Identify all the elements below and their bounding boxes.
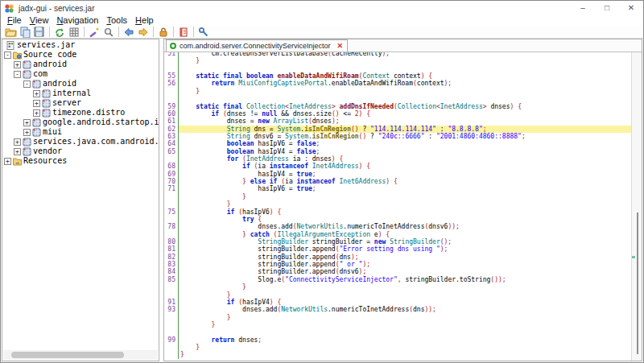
- menu-tools[interactable]: Tools: [102, 15, 131, 26]
- folder-open-icon[interactable]: [3, 26, 18, 38]
- line-number: 59: [164, 103, 178, 110]
- expand-icon[interactable]: +: [33, 109, 40, 117]
- code-line[interactable]: 99 return dnses;: [164, 336, 631, 344]
- minimize-button[interactable]: –: [571, 1, 595, 15]
- code-area[interactable]: 51 cm.createDnsServerListDatabase(cacheR…: [164, 52, 631, 361]
- code-line[interactable]: }: [164, 283, 631, 291]
- code-line[interactable]: 65 boolean hasIpV4 = false;: [164, 148, 631, 155]
- code-line[interactable]: for (InetAddress ia : dnses) {: [164, 155, 631, 163]
- back-icon[interactable]: [122, 26, 136, 38]
- collapse-icon[interactable]: -: [23, 80, 31, 88]
- wand-icon[interactable]: [87, 26, 101, 38]
- menu-help[interactable]: Help: [131, 15, 158, 26]
- editor-scrollbar-thumb[interactable]: [637, 212, 638, 354]
- code-line[interactable]: 83 stringBuilder.append(" or ");: [164, 261, 631, 268]
- line-number: [164, 231, 178, 238]
- collapse-icon[interactable]: -: [4, 52, 11, 59]
- code-line[interactable]: }: [164, 57, 631, 64]
- code-line[interactable]: 81 stringBuilder.append("Error setting d…: [164, 245, 631, 253]
- code-line[interactable]: 64 boolean hasIpV6 = false;: [164, 140, 631, 147]
- expand-icon[interactable]: +: [33, 100, 40, 107]
- tree-item-source-code[interactable]: -Source code: [2, 50, 159, 60]
- editor-scrollbar[interactable]: [631, 52, 642, 361]
- log-icon[interactable]: [176, 26, 191, 38]
- tree-horizontal-scrollbar[interactable]: [3, 350, 158, 360]
- line-number: 60: [164, 110, 178, 118]
- menu-navigation[interactable]: Navigation: [52, 15, 102, 26]
- menu-view[interactable]: View: [26, 15, 53, 26]
- code-line[interactable]: 80 StringBuilder stringBuilder = new Str…: [164, 238, 631, 245]
- code-line[interactable]: }: [164, 321, 631, 328]
- code-line[interactable]: [164, 328, 631, 336]
- code-line[interactable]: 82 stringBuilder.append(dns);: [164, 254, 631, 261]
- code-line[interactable]: 55 static final boolean enableDataAndWif…: [164, 72, 631, 80]
- expand-icon[interactable]: +: [14, 148, 21, 155]
- code-line[interactable]: [164, 95, 631, 102]
- tree-item-android[interactable]: -android: [2, 79, 159, 89]
- code-line[interactable]: 63 String dnsv6 = System.isInCnRegion() …: [164, 133, 631, 140]
- code-line[interactable]: 59 static final Collection<InetAddress> …: [164, 103, 631, 110]
- tree-scrollbar-thumb[interactable]: [11, 352, 124, 358]
- code-line[interactable]: 69 hasIpV4 = true;: [164, 171, 631, 178]
- code-line[interactable]: 71 hasIpV6 = true;: [164, 185, 631, 192]
- code-text: if (ia instanceof Inet4Address) {: [178, 163, 631, 170]
- lock-icon[interactable]: [156, 26, 171, 38]
- code-text: }: [178, 344, 631, 351]
- expand-icon[interactable]: +: [33, 90, 40, 97]
- collapse-icon[interactable]: -: [14, 71, 21, 78]
- expand-icon[interactable]: +: [4, 158, 11, 165]
- expand-icon[interactable]: +: [23, 129, 31, 136]
- grid-icon[interactable]: [67, 26, 81, 38]
- code-line[interactable]: 93 dnses.add(NetworkUtils.numericToInetA…: [164, 306, 631, 313]
- tree-item-timezone-distro[interactable]: +timezone.distro: [2, 108, 159, 118]
- copy-icon[interactable]: [18, 26, 32, 38]
- close-button[interactable]: ✕: [619, 1, 643, 15]
- code-line-highlighted[interactable]: 62 String dns = System.isInCnRegion() ? …: [164, 126, 631, 133]
- tree-item-google-android-startop-iorap[interactable]: +google.android.startop.iorap: [2, 118, 159, 127]
- menu-file[interactable]: File: [3, 15, 26, 26]
- code-line[interactable]: 56 return MiuiConfigCaptivePortal.enable…: [164, 80, 631, 87]
- code-line[interactable]: }: [164, 291, 631, 299]
- line-number: 80: [164, 238, 178, 245]
- sync-icon[interactable]: [52, 26, 67, 38]
- line-number: 71: [164, 185, 178, 192]
- tree-item-miui[interactable]: +miui: [2, 127, 159, 137]
- code-line[interactable]: 91 if (hasIpV4) {: [164, 299, 631, 306]
- tree-item-server[interactable]: +server: [2, 98, 159, 108]
- save-all-icon[interactable]: [32, 26, 47, 38]
- expand-icon[interactable]: +: [14, 61, 21, 68]
- code-line[interactable]: } catch (IllegalArgumentException e) {: [164, 231, 631, 238]
- line-number: [164, 283, 178, 291]
- expand-icon[interactable]: +: [14, 138, 21, 146]
- code-line[interactable]: 68 if (ia instanceof Inet4Address) {: [164, 163, 631, 170]
- wrench-icon[interactable]: [196, 26, 211, 38]
- search-icon[interactable]: [101, 26, 116, 38]
- code-line[interactable]: }: [164, 351, 631, 358]
- tab-close-icon[interactable]: ✕: [337, 42, 344, 50]
- code-line[interactable]: 84 stringBuilder.append(dnsv6);: [164, 268, 631, 275]
- tree-item-com[interactable]: -com: [2, 69, 159, 79]
- code-line[interactable]: 78 dnses.add(NetworkUtils.numericToInetA…: [164, 223, 631, 230]
- maximize-button[interactable]: □: [595, 1, 619, 15]
- tab-connectivity-service-injector[interactable]: com.android.server.ConnectivityServiceIn…: [166, 39, 348, 52]
- code-line[interactable]: }: [164, 344, 631, 351]
- tree-item-services-java-com-android-server-[interactable]: +services.java.com.android.server.: [2, 137, 159, 146]
- code-line[interactable]: }: [164, 88, 631, 95]
- code-line[interactable]: try {: [164, 216, 631, 223]
- code-line[interactable]: [164, 65, 631, 72]
- code-line[interactable]: }: [164, 314, 631, 321]
- code-line[interactable]: 75 if (hasIpV6) {: [164, 208, 631, 216]
- code-line[interactable]: 61 dnses = new ArrayList(dnses);: [164, 118, 631, 125]
- tree-item-services-jar[interactable]: services.jar: [2, 40, 159, 50]
- code-line[interactable]: 85 Slog.e("ConnectivityServiceInjector",…: [164, 276, 631, 283]
- expand-icon[interactable]: +: [23, 119, 31, 126]
- tree-item-resources[interactable]: +abResources: [2, 156, 159, 166]
- code-line[interactable]: 70 } else if (ia instanceof Inet6Address…: [164, 178, 631, 185]
- forward-icon[interactable]: [136, 26, 151, 38]
- tree-item-internal[interactable]: +internal: [2, 89, 159, 98]
- tree-item-vendor[interactable]: +vendor: [2, 146, 159, 156]
- code-line[interactable]: 60 if (dnses != null && dnses.size() <= …: [164, 110, 631, 118]
- code-line[interactable]: }: [164, 200, 631, 208]
- tree-item-android[interactable]: +android: [2, 60, 159, 69]
- code-line[interactable]: }: [164, 193, 631, 200]
